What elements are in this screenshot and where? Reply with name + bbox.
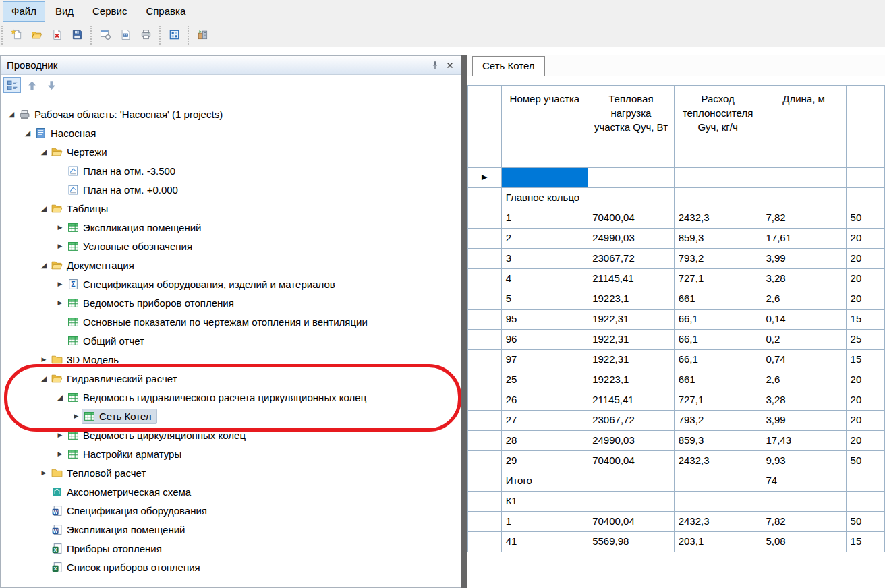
cell[interactable]: 4 xyxy=(501,269,588,289)
document-settings-button[interactable] xyxy=(115,26,136,45)
menu-item-0[interactable]: Файл xyxy=(3,1,45,22)
cell[interactable]: 0,2 xyxy=(762,330,846,350)
cell[interactable]: 24990,03 xyxy=(588,229,675,249)
cell[interactable]: 20 xyxy=(846,289,884,310)
cell[interactable]: 20 xyxy=(846,249,884,269)
tree-node[interactable]: Рабочая область: 'Насосная' (1 projects) xyxy=(17,107,228,122)
cell[interactable]: 2 xyxy=(501,229,588,249)
menu-item-2[interactable]: Сервис xyxy=(84,1,136,22)
cell[interactable]: 95 xyxy=(501,310,588,330)
cell[interactable]: 41 xyxy=(501,532,588,552)
cell[interactable] xyxy=(674,492,762,512)
expand-icon[interactable]: ▶ xyxy=(38,350,49,369)
tree-item[interactable]: ◢Насосная xyxy=(1,123,461,142)
cell[interactable]: 9,93 xyxy=(762,451,846,471)
tree-node[interactable]: WЭкспликация помещений xyxy=(49,522,190,537)
cell[interactable] xyxy=(762,492,846,512)
cell[interactable]: 20 xyxy=(846,431,884,451)
tree-node[interactable]: Документация xyxy=(49,258,140,273)
cell[interactable]: 859,3 xyxy=(674,229,762,249)
cell[interactable]: 20 xyxy=(846,411,884,431)
cell[interactable]: 70400,04 xyxy=(588,512,675,532)
cell[interactable]: 3,99 xyxy=(762,411,846,431)
cell[interactable] xyxy=(674,471,762,492)
row-selector[interactable] xyxy=(468,411,502,431)
column-header[interactable]: Расход теплоносителя Gуч, кг/ч xyxy=(674,86,762,168)
tree-node[interactable]: Ведомость приборов отопления xyxy=(65,295,239,311)
column-header[interactable]: Номер участка xyxy=(501,86,588,168)
cell[interactable]: 1 xyxy=(501,512,588,532)
cell[interactable] xyxy=(846,492,884,512)
tree-node[interactable]: XСписок приборов отопления xyxy=(49,560,206,575)
cell[interactable]: 66,1 xyxy=(674,350,762,370)
row-selector[interactable] xyxy=(468,330,502,350)
close-project-button[interactable] xyxy=(47,26,67,45)
cell[interactable]: Итого xyxy=(501,471,588,492)
cell[interactable]: 793,2 xyxy=(674,249,762,269)
cell[interactable]: 1922,31 xyxy=(588,350,675,370)
cell[interactable]: 25 xyxy=(846,330,884,350)
tab-set-kotel[interactable]: Сеть Котел xyxy=(472,56,545,76)
cell[interactable] xyxy=(588,188,675,208)
cell[interactable] xyxy=(588,471,675,492)
cell[interactable]: 661 xyxy=(674,289,762,310)
cell[interactable]: 1922,31 xyxy=(588,330,675,350)
row-selector[interactable] xyxy=(468,269,502,289)
collapse-icon[interactable]: ◢ xyxy=(38,256,49,274)
row-selector[interactable] xyxy=(468,229,502,249)
table-corner[interactable] xyxy=(468,86,502,168)
cell[interactable]: 3 xyxy=(501,249,588,269)
cell[interactable]: 28 xyxy=(501,431,588,451)
cell[interactable] xyxy=(846,168,884,188)
tree-item[interactable]: План на отм. +0.000 xyxy=(1,180,461,199)
tree-node[interactable]: Сеть Котел xyxy=(82,409,157,424)
cell[interactable] xyxy=(762,168,846,188)
tree-item[interactable]: WЭкспликация помещений xyxy=(1,520,461,539)
cell[interactable]: 66,1 xyxy=(674,310,762,330)
expand-icon[interactable]: ▶ xyxy=(55,293,65,312)
expand-icon[interactable]: ▶ xyxy=(55,425,65,444)
cell[interactable]: 17,61 xyxy=(762,229,846,249)
tree-node[interactable]: XПриборы отопления xyxy=(49,541,167,556)
tree-node[interactable]: 3D Модель xyxy=(49,352,124,368)
tree-item[interactable]: ▶Ведомость приборов отопления xyxy=(1,293,461,312)
cell[interactable]: 2,6 xyxy=(762,289,846,310)
tree-item[interactable]: ◢Ведомость гидравлического расчета цирку… xyxy=(1,388,461,407)
column-header[interactable] xyxy=(846,86,884,168)
tree-item[interactable]: Аксонометрическая схема xyxy=(1,482,461,501)
tree-node[interactable]: Основные показатели по чертежам отоплени… xyxy=(65,314,373,330)
tree-item[interactable]: Основные показатели по чертежам отоплени… xyxy=(1,312,461,331)
column-header[interactable]: Тепловая нагрузка участка Qуч, Вт xyxy=(588,86,675,168)
cell[interactable]: 0,14 xyxy=(762,310,846,330)
move-up-button[interactable] xyxy=(23,77,40,93)
row-selector[interactable] xyxy=(468,350,502,370)
open-button[interactable] xyxy=(26,26,47,45)
workspace-window-button[interactable] xyxy=(164,26,184,45)
tree-item[interactable]: ▶Ведомость циркуляционных колец xyxy=(1,425,461,444)
tree-item[interactable]: ◢Рабочая область: 'Насосная' (1 projects… xyxy=(1,105,461,123)
tree-node[interactable]: Гидравлический расчет xyxy=(49,371,183,386)
tree-item[interactable]: ▶ΣСпецификация оборудования, изделий и м… xyxy=(1,274,461,293)
tree-item[interactable]: План на отм. -3.500 xyxy=(1,161,461,180)
cell[interactable]: 66,1 xyxy=(674,330,762,350)
cell[interactable]: 3,28 xyxy=(762,390,846,411)
collapse-icon[interactable]: ◢ xyxy=(38,369,49,388)
cell[interactable] xyxy=(674,168,762,188)
cell[interactable]: 26 xyxy=(501,390,588,411)
tree-item[interactable]: XСписок приборов отопления xyxy=(1,558,461,577)
menu-item-3[interactable]: Справка xyxy=(137,1,194,22)
cell[interactable]: 1 xyxy=(501,208,588,229)
expand-icon[interactable]: ▶ xyxy=(38,463,49,482)
tree-node[interactable]: План на отм. +0.000 xyxy=(65,182,183,198)
project-properties-button[interactable] xyxy=(95,26,115,45)
tree-node[interactable]: План на отм. -3.500 xyxy=(65,163,181,179)
print-button[interactable] xyxy=(136,26,156,45)
cell[interactable]: 203,1 xyxy=(674,532,762,552)
close-icon[interactable] xyxy=(442,59,457,72)
collapse-icon[interactable]: ◢ xyxy=(6,105,17,123)
tree-item[interactable]: WСпецификация оборудования xyxy=(1,501,461,520)
row-selector[interactable] xyxy=(468,370,502,390)
cell[interactable]: 3,28 xyxy=(762,269,846,289)
cell[interactable]: 727,1 xyxy=(674,269,762,289)
cell[interactable]: 793,2 xyxy=(674,411,762,431)
